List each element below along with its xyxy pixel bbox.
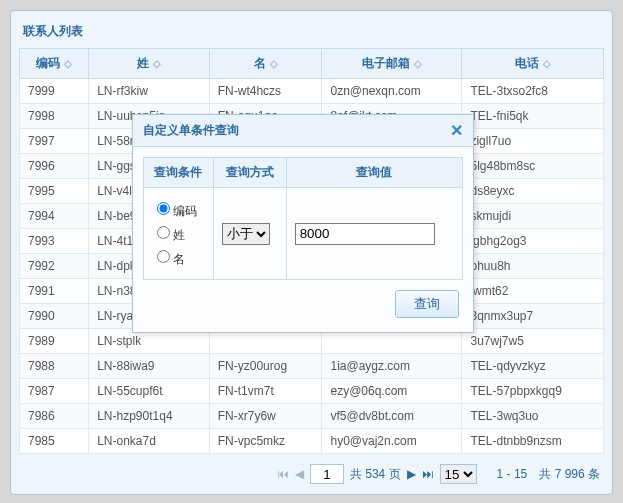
- sort-icon: ◇: [64, 58, 72, 69]
- cell-tel: skmujdi: [462, 204, 604, 229]
- pager-first-icon[interactable]: ⏮: [277, 467, 289, 481]
- cell-tel: TEL-qdyvzkyz: [462, 354, 604, 379]
- cell-tel: 5lg48bm8sc: [462, 154, 604, 179]
- cell-first: FN-yz00urog: [209, 354, 322, 379]
- col-tel[interactable]: 电话◇: [462, 49, 604, 79]
- col-first[interactable]: 名◇: [209, 49, 322, 79]
- cell-first: FN-wt4hczs: [209, 79, 322, 104]
- cell-first: FN-vpc5mkz: [209, 429, 322, 454]
- cell-email: vf5@dv8bt.com: [322, 404, 462, 429]
- cell-tel: iwmt62: [462, 279, 604, 304]
- col-code[interactable]: 编码◇: [20, 49, 89, 79]
- per-page-select[interactable]: 15: [440, 464, 477, 484]
- cell-first: FN-t1vm7t: [209, 379, 322, 404]
- col-last[interactable]: 姓◇: [89, 49, 210, 79]
- cell-email: ezy@06q.com: [322, 379, 462, 404]
- cell-tel: 3qnmx3up7: [462, 304, 604, 329]
- panel-title: 联系人列表: [19, 19, 604, 48]
- value-input[interactable]: [295, 223, 435, 245]
- cell-code: 7986: [20, 404, 89, 429]
- pages-text: 共 534 页: [350, 466, 401, 483]
- dialog-title: 自定义单条件查询: [143, 122, 239, 139]
- cell-code: 7994: [20, 204, 89, 229]
- cell-last: LN-55cupf6t: [89, 379, 210, 404]
- cell-email: 0zn@nexqn.com: [322, 79, 462, 104]
- page-input[interactable]: [310, 464, 344, 484]
- cell-last: LN-rf3kiw: [89, 79, 210, 104]
- cell-tel: ds8eyxc: [462, 179, 604, 204]
- radio-code[interactable]: 编码: [152, 199, 205, 220]
- cell-code: 7997: [20, 129, 89, 154]
- table-row[interactable]: 7999LN-rf3kiwFN-wt4hczs0zn@nexqn.comTEL-…: [20, 79, 604, 104]
- radio-last[interactable]: 姓: [152, 223, 205, 244]
- pager-last-icon[interactable]: ⏭: [422, 467, 434, 481]
- cell-code: 7998: [20, 104, 89, 129]
- cell-tel: jgbhg2og3: [462, 229, 604, 254]
- cell-code: 7990: [20, 304, 89, 329]
- close-icon[interactable]: ✕: [450, 121, 463, 140]
- cell-code: 7999: [20, 79, 89, 104]
- sort-icon: ◇: [270, 58, 278, 69]
- cell-code: 7992: [20, 254, 89, 279]
- sort-icon: ◇: [543, 58, 551, 69]
- cell-last: LN-88iwa9: [89, 354, 210, 379]
- cell-tel: TEL-fni5qk: [462, 104, 604, 129]
- cell-tel: ohuu8h: [462, 254, 604, 279]
- table-row[interactable]: 7986LN-hzp90t1q4FN-xr7y6wvf5@dv8bt.comTE…: [20, 404, 604, 429]
- cell-tel: TEL-57pbpxkgq9: [462, 379, 604, 404]
- pager-summary: 1 - 15 共 7 996 条: [497, 466, 600, 483]
- cell-code: 7993: [20, 229, 89, 254]
- cell-code: 7985: [20, 429, 89, 454]
- col-email[interactable]: 电子邮箱◇: [322, 49, 462, 79]
- dialog-header-method: 查询方式: [213, 158, 286, 188]
- cell-tel: TEL-3wq3uo: [462, 404, 604, 429]
- cell-code: 7996: [20, 154, 89, 179]
- cell-email: 1ia@aygz.com: [322, 354, 462, 379]
- table-row[interactable]: 7985LN-onka7dFN-vpc5mkzhy0@vaj2n.comTEL-…: [20, 429, 604, 454]
- table-row[interactable]: 7988LN-88iwa9FN-yz00urog1ia@aygz.comTEL-…: [20, 354, 604, 379]
- query-submit-button[interactable]: 查询: [395, 290, 459, 318]
- sort-icon: ◇: [414, 58, 422, 69]
- radio-first[interactable]: 名: [152, 247, 205, 268]
- cell-first: FN-xr7y6w: [209, 404, 322, 429]
- cell-code: 7988: [20, 354, 89, 379]
- dialog-header-value: 查询值: [286, 158, 462, 188]
- cell-code: 7987: [20, 379, 89, 404]
- dialog-header-cond: 查询条件: [144, 158, 214, 188]
- table-row[interactable]: 7987LN-55cupf6tFN-t1vm7tezy@06q.comTEL-5…: [20, 379, 604, 404]
- operator-select[interactable]: 小于: [222, 223, 270, 245]
- cell-email: hy0@vaj2n.com: [322, 429, 462, 454]
- cell-code: 7991: [20, 279, 89, 304]
- pager-prev-icon[interactable]: ◀: [295, 467, 304, 481]
- cell-last: LN-hzp90t1q4: [89, 404, 210, 429]
- cell-last: LN-onka7d: [89, 429, 210, 454]
- sort-icon: ◇: [153, 58, 161, 69]
- pager-next-icon[interactable]: ▶: [407, 467, 416, 481]
- cell-code: 7995: [20, 179, 89, 204]
- cell-tel: TEL-3txso2fc8: [462, 79, 604, 104]
- pager: ⏮ ◀ 共 534 页 ▶ ⏭ 15 1 - 15 共 7 996 条: [19, 454, 604, 486]
- query-dialog: 自定义单条件查询 ✕ 查询条件 查询方式 查询值 编码 姓 名 小于 查询: [132, 114, 474, 333]
- cell-tel: zigll7uo: [462, 129, 604, 154]
- cell-tel: TEL-dtnbb9nzsm: [462, 429, 604, 454]
- cell-code: 7989: [20, 329, 89, 354]
- cell-tel: 3u7wj7w5: [462, 329, 604, 354]
